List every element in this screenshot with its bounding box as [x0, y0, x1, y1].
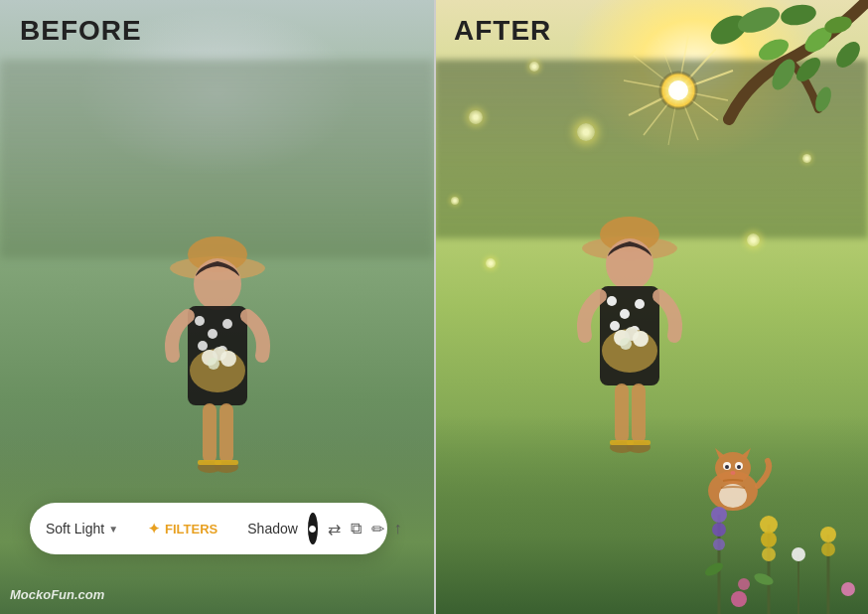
svg-point-56: [633, 331, 649, 347]
svg-point-49: [620, 309, 630, 319]
magic-button[interactable]: ✏: [371, 513, 384, 544]
before-panel: BEFORE MockoFun.com Soft Light ▼ ✦ FILTE…: [0, 0, 434, 614]
filters-label: FILTERS: [165, 522, 217, 537]
watermark-before: MockoFun.com: [10, 587, 104, 602]
svg-point-6: [222, 319, 232, 329]
swap-icon: ⇄: [328, 520, 341, 538]
layers-button[interactable]: ⧉: [351, 513, 362, 544]
svg-point-5: [208, 329, 217, 339]
svg-point-91: [753, 571, 775, 587]
svg-rect-63: [627, 440, 651, 445]
svg-point-51: [610, 321, 620, 331]
after-panel: AFTER: [434, 0, 868, 614]
dropdown-arrow-icon: ▼: [108, 524, 118, 535]
svg-point-36: [780, 2, 818, 28]
svg-point-88: [841, 582, 855, 596]
upload-icon: ↑: [394, 520, 402, 537]
svg-point-80: [761, 532, 777, 547]
svg-point-86: [792, 547, 805, 561]
toolbar: Soft Light ▼ ✦ FILTERS Shadow ● ⇄ ⧉ ✏: [30, 503, 387, 554]
blend-mode-label: Soft Light: [46, 521, 104, 537]
filters-button[interactable]: ✦ FILTERS: [142, 517, 223, 540]
svg-point-75: [711, 507, 727, 523]
blend-mode-selector[interactable]: Soft Light ▼: [46, 521, 118, 537]
svg-rect-59: [632, 384, 646, 443]
svg-point-4: [195, 316, 205, 326]
svg-point-79: [760, 516, 778, 534]
circle-fill-icon: ●: [308, 520, 318, 537]
layers-icon: ⧉: [351, 520, 362, 537]
after-label: AFTER: [454, 15, 551, 47]
svg-point-83: [820, 527, 836, 542]
svg-point-87: [731, 591, 747, 607]
circle-button[interactable]: ●: [308, 513, 318, 544]
swap-button[interactable]: ⇄: [328, 513, 341, 544]
panel-separator: [434, 0, 436, 614]
svg-point-7: [198, 341, 208, 351]
filters-star-icon: ✦: [148, 521, 160, 537]
flowers-area: [689, 415, 868, 614]
main-container: BEFORE MockoFun.com Soft Light ▼ ✦ FILTE…: [0, 0, 868, 614]
magic-icon: ✏: [371, 520, 384, 538]
svg-point-39: [831, 38, 864, 73]
bokeh-2: [529, 62, 539, 72]
svg-point-57: [620, 338, 632, 350]
upload-button[interactable]: ↑: [394, 513, 402, 544]
svg-rect-14: [203, 403, 217, 463]
after-child: [550, 197, 709, 475]
svg-point-84: [821, 542, 835, 556]
svg-point-81: [762, 547, 776, 561]
bokeh-5: [486, 258, 496, 268]
bokeh-6: [747, 233, 760, 246]
svg-rect-15: [219, 403, 233, 463]
svg-point-76: [712, 523, 726, 537]
svg-rect-19: [215, 460, 238, 465]
bokeh-4: [577, 123, 595, 141]
svg-point-77: [713, 538, 725, 550]
before-label: BEFORE: [20, 15, 142, 47]
svg-point-13: [208, 358, 219, 370]
svg-point-50: [635, 299, 645, 309]
svg-point-12: [220, 351, 236, 367]
svg-rect-58: [615, 384, 629, 443]
svg-point-48: [607, 296, 617, 306]
svg-point-89: [738, 578, 750, 590]
tree-branch: [650, 0, 868, 219]
before-child: [138, 217, 297, 495]
svg-point-90: [703, 560, 725, 579]
shadow-label: Shadow: [247, 521, 298, 537]
